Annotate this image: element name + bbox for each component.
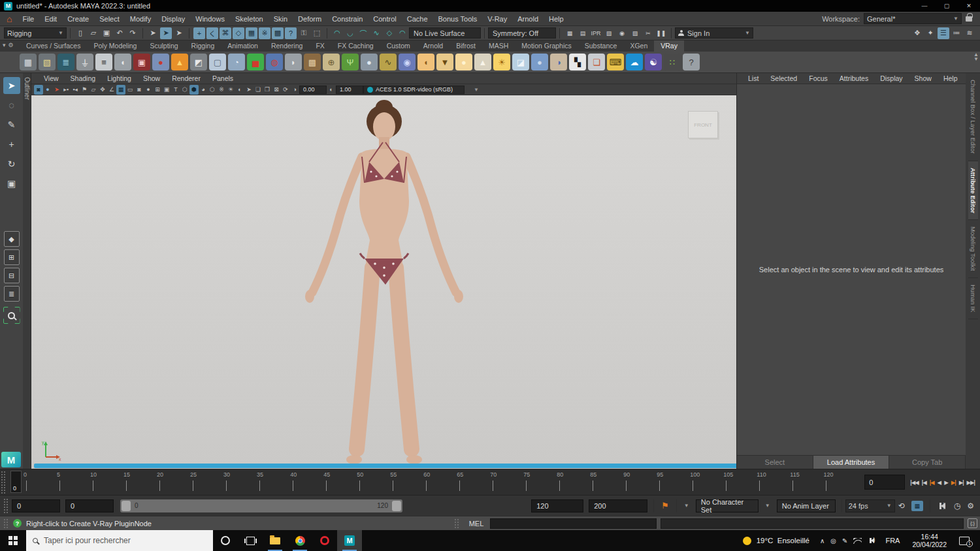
undo-icon[interactable]: ↶ xyxy=(114,27,125,39)
mel-input[interactable] xyxy=(490,518,657,529)
refresh-icon[interactable]: ⟳ xyxy=(281,85,290,95)
animation-start-field[interactable]: 0 xyxy=(12,499,60,512)
vray-properties-icon[interactable]: ≡ xyxy=(95,54,112,71)
workspace-lock-icon[interactable] xyxy=(966,16,972,22)
curve-snap-2-icon[interactable]: ◡ xyxy=(344,27,356,39)
vray-glow-cube-icon[interactable]: ▢ xyxy=(209,54,226,71)
tab-attribute-editor[interactable]: Attribute Editor xyxy=(968,161,978,221)
chrome-button[interactable] xyxy=(287,530,312,551)
tab-channel-box[interactable]: Channel Box / Layer Editor xyxy=(968,73,978,161)
minimize-button[interactable]: — xyxy=(913,0,936,12)
anim-layer-field[interactable]: No Anim Layer xyxy=(777,499,836,512)
time-slider-grip[interactable] xyxy=(1,471,6,494)
shadows-icon[interactable]: ◐ xyxy=(235,85,244,95)
vray-caged-sphere-icon[interactable]: ◉ xyxy=(399,54,416,71)
animation-prefs-icon[interactable]: ⚙ xyxy=(967,501,974,511)
go-to-end-button[interactable]: ▶▶| xyxy=(966,478,976,487)
select-hierarchy-icon[interactable]: ➤ xyxy=(173,27,185,39)
tearoff-copy-icon[interactable]: ❐ xyxy=(263,85,272,95)
vray-binary-spheres-icon[interactable]: ● xyxy=(152,54,169,71)
script-editor-icon[interactable]: {;} xyxy=(968,518,977,528)
help-line-grip[interactable] xyxy=(3,518,8,529)
select-tool-icon[interactable]: ➤ xyxy=(3,77,20,94)
mel-label[interactable]: MEL xyxy=(469,520,484,527)
volume-icon[interactable] xyxy=(868,538,874,543)
select-highlight-icon[interactable]: ➤ xyxy=(52,85,61,95)
cortana-button[interactable] xyxy=(213,530,238,551)
render-settings-icon[interactable]: ▧ xyxy=(603,27,615,39)
step-forward-frame-button[interactable]: ▶| xyxy=(958,478,965,487)
viewport-menu-item[interactable]: Shading xyxy=(65,74,102,82)
go-to-start-button[interactable]: |◀◀ xyxy=(909,478,919,487)
field-chart-icon[interactable]: ⊞ xyxy=(153,85,162,95)
lights-icon[interactable]: ☀ xyxy=(226,85,235,95)
menu-item[interactable]: Windows xyxy=(190,15,230,23)
vray-palette-icon[interactable]: ☯ xyxy=(645,54,662,71)
clock[interactable]: 16:44 20/04/2022 xyxy=(912,533,947,548)
menu-item[interactable]: Select xyxy=(94,15,125,23)
attribute-editor-menu-item[interactable]: Display xyxy=(874,74,908,82)
copy-tab-button[interactable]: Copy Tab xyxy=(889,456,966,469)
pause-icon[interactable]: ❚❚ xyxy=(655,27,667,39)
four-pane-layout-button[interactable]: ⊞ xyxy=(4,249,20,265)
time-slider[interactable]: 0 5 10 15 20 25 30 35 xyxy=(0,469,980,495)
safe-action-icon[interactable]: ▣ xyxy=(162,85,171,95)
snap-grid-icon[interactable]: ◇ xyxy=(233,27,244,39)
evaluation-clock-icon[interactable]: ◷ xyxy=(954,501,960,511)
menu-item[interactable]: Modify xyxy=(125,15,156,23)
shelf-tab[interactable]: Rendering xyxy=(265,40,309,52)
rotate-tool-icon[interactable]: ↻ xyxy=(3,155,20,172)
character-model[interactable] xyxy=(267,97,502,469)
shelf-scroll-buttons[interactable]: ▲▼ xyxy=(973,52,979,61)
set-key-icon[interactable]: ⚑ xyxy=(661,501,669,511)
shape-editor-icon[interactable]: ≔ xyxy=(951,27,962,39)
onedrive-icon[interactable]: ◎ xyxy=(828,537,838,544)
highlight-selection-icon[interactable]: ⬚ xyxy=(311,27,323,39)
two-d-pan-icon[interactable]: ✥ xyxy=(98,85,107,95)
shelf-tab[interactable]: FX Caching xyxy=(331,40,380,52)
character-controls-icon[interactable]: ✦ xyxy=(924,27,936,39)
modeling-toolkit-icon[interactable]: ☰ xyxy=(938,27,949,39)
exposure-icon[interactable]: ◑ xyxy=(290,85,299,95)
menu-item[interactable]: File xyxy=(17,15,39,23)
live-surface-field[interactable]: No Live Surface xyxy=(409,27,481,39)
playback-start-field[interactable]: 0 xyxy=(65,499,114,512)
open-scene-icon[interactable]: ▱ xyxy=(88,27,99,39)
task-view-button[interactable] xyxy=(238,530,263,551)
viewport-menu-item[interactable]: Panels xyxy=(206,74,239,82)
menu-item[interactable]: Create xyxy=(62,15,94,23)
vray-heatmap-light-icon[interactable]: ▅ xyxy=(247,54,264,71)
vray-light-lister-icon[interactable]: ⌨ xyxy=(607,54,624,71)
shelf-tab[interactable]: Animation xyxy=(221,40,265,52)
safe-title-icon[interactable]: T xyxy=(171,85,180,95)
menu-item[interactable]: V-Ray xyxy=(482,15,512,23)
vray-fur-grass-icon[interactable]: Ψ xyxy=(342,54,359,71)
shelf-tab[interactable]: Curves / Surfaces xyxy=(20,40,87,52)
playback-range-slider[interactable]: 0 120 xyxy=(120,499,402,512)
bookmark-icon[interactable]: ⚑ xyxy=(80,85,89,95)
resolution-gate-icon[interactable]: ◙ xyxy=(135,85,144,95)
view-cube[interactable]: FRONT xyxy=(688,111,718,138)
current-frame-field[interactable]: 0 xyxy=(864,475,905,490)
vray-sky-icon[interactable]: ◪ xyxy=(512,54,529,71)
single-pane-layout-button[interactable]: ◆ xyxy=(4,231,20,247)
wireframe-icon[interactable]: ⬡ xyxy=(180,85,189,95)
render-frame-icon[interactable]: ▤ xyxy=(577,27,589,39)
isolate-select-icon[interactable]: ➤ xyxy=(244,85,253,95)
image-plane-icon[interactable]: ▱ xyxy=(89,85,98,95)
tab-human-ik[interactable]: Human IK xyxy=(968,278,978,319)
tearoff-panel-icon[interactable]: ❏ xyxy=(253,85,263,95)
command-line-grip[interactable] xyxy=(454,518,459,529)
viewport-menu-item[interactable]: View xyxy=(38,74,65,82)
maximize-button[interactable]: ▢ xyxy=(936,0,958,12)
menu-item[interactable]: Control xyxy=(368,15,401,23)
curve-snap-1-icon[interactable]: ◠ xyxy=(331,27,343,39)
wifi-icon[interactable] xyxy=(853,538,862,544)
attribute-editor-menu-item[interactable]: List xyxy=(742,74,764,82)
viewport-panel[interactable]: ViewShadingLightingShowRendererPanels ◙●… xyxy=(31,73,737,469)
attribute-editor-menu-item[interactable]: Help xyxy=(938,74,964,82)
vray-checker-icon[interactable]: ▚ xyxy=(569,54,586,71)
curve-snap-6-icon[interactable]: ◠ xyxy=(397,27,408,39)
attribute-editor-menu-item[interactable]: Selected xyxy=(764,74,803,82)
load-attributes-button[interactable]: Load Attributes xyxy=(813,456,890,469)
